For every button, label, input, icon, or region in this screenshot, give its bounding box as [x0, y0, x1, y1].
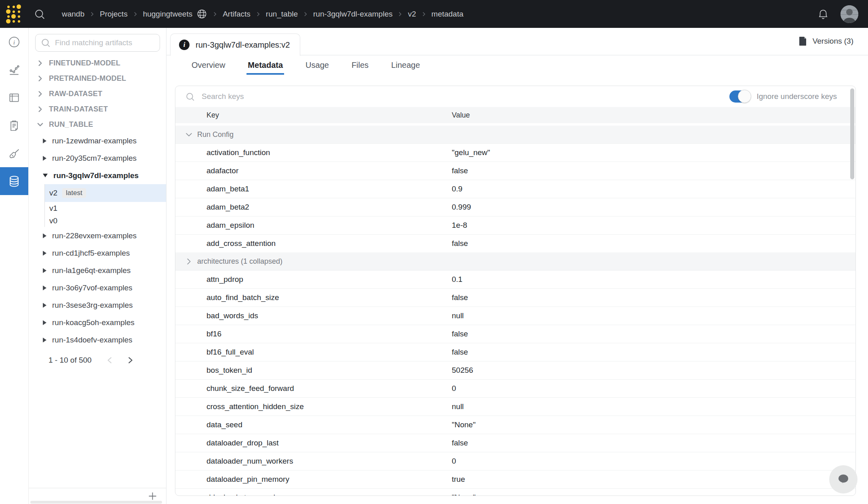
metadata-key: cross_attention_hidden_size [206, 402, 304, 411]
metadata-section-row[interactable]: Run Config [175, 126, 855, 143]
metadata-card: Ignore underscore keys Key Value Run Con… [175, 86, 856, 496]
chat-help-button[interactable] [829, 465, 857, 494]
artifact-item-label: run-la1ge6qt-examples [52, 266, 131, 275]
tab-files[interactable]: Files [352, 55, 369, 75]
breadcrumb-item-label: v2 [408, 10, 416, 19]
artifact-item[interactable]: run-cd1jhcf5-examples [29, 244, 166, 262]
rail-charts-icon[interactable] [0, 56, 28, 84]
metadata-section-row[interactable]: architectures (1 collapsed) [175, 252, 855, 270]
rail-info-icon[interactable]: i [0, 28, 28, 56]
search-icon[interactable] [34, 8, 46, 20]
metadata-row: activation_function"gelu_new" [175, 143, 855, 162]
breadcrumb-item[interactable]: huggingtweets [143, 8, 208, 19]
tab-lineage[interactable]: Lineage [391, 55, 420, 75]
metadata-key: ddp_bucket_cap_mb [206, 493, 278, 496]
artifact-item[interactable]: run-1zewdmar-examples [29, 132, 166, 149]
artifact-item[interactable]: run-1s4doefv-examples [29, 331, 166, 349]
logo-dot [13, 10, 15, 13]
chat-bubble-icon [836, 472, 851, 487]
rail-sweeps-icon[interactable] [0, 139, 28, 167]
ignore-underscore-toggle[interactable] [729, 90, 750, 103]
breadcrumb-separator-icon [421, 12, 426, 17]
artifact-search-input[interactable] [54, 38, 155, 48]
chevron-right-icon [37, 60, 43, 66]
version-item[interactable]: v1 [45, 202, 166, 214]
metadata-value: false [452, 293, 468, 302]
artifact-search-box[interactable] [35, 34, 160, 52]
breadcrumb-item[interactable]: Artifacts [223, 10, 251, 19]
rail-tables-icon[interactable] [0, 84, 28, 111]
triangle-right-icon [43, 233, 46, 238]
artifact-item[interactable]: run-3gqlw7dl-examples [29, 167, 166, 184]
metadata-row: dataloader_drop_lastfalse [175, 434, 855, 452]
metadata-row: data_seed"None" [175, 416, 855, 434]
metadata-key: adam_epsilon [206, 221, 254, 230]
metadata-row: auto_find_batch_sizefalse [175, 288, 855, 307]
rail-artifacts-icon[interactable] [0, 167, 28, 195]
artifact-item-label: run-20y35cm7-examples [52, 154, 137, 163]
artifact-type-train-dataset[interactable]: TRAIN-DATASET [29, 101, 166, 117]
tab-overview[interactable]: Overview [192, 55, 225, 75]
breadcrumb-item[interactable]: metadata [432, 10, 463, 19]
metadata-value: "gelu_new" [452, 148, 490, 157]
wandb-logo[interactable] [6, 4, 21, 24]
artifact-tree: FINETUNED-MODELPRETRAINED-MODELRAW-DATAS… [29, 55, 166, 368]
artifact-type-run_table[interactable]: RUN_TABLE [29, 117, 166, 132]
info-icon: i [179, 40, 190, 50]
search-keys-input[interactable] [201, 92, 729, 101]
next-page-button[interactable] [126, 356, 135, 365]
chevron-right-icon [37, 76, 43, 82]
artifact-type-finetuned-model[interactable]: FINETUNED-MODEL [29, 55, 166, 71]
breadcrumb-item[interactable]: run_table [266, 10, 298, 19]
metadata-key: auto_find_batch_size [206, 293, 279, 302]
toggle-knob [738, 90, 751, 103]
versions-button[interactable]: Versions (3) [796, 28, 856, 55]
artifact-item[interactable]: run-3sese3rg-examples [29, 296, 166, 314]
artifacts-sidebar: FINETUNED-MODELPRETRAINED-MODELRAW-DATAS… [29, 28, 166, 504]
artifact-type-label: FINETUNED-MODEL [49, 59, 120, 67]
artifact-item[interactable]: run-3o6y7vof-examples [29, 279, 166, 296]
tab-metadata[interactable]: Metadata [248, 55, 283, 75]
artifact-item[interactable]: run-228evxem-examples [29, 227, 166, 244]
pagination: 1 - 10 of 500 [29, 352, 166, 368]
metadata-value: 1e-8 [452, 221, 467, 230]
logo-dot [18, 15, 20, 18]
previous-page-button[interactable] [105, 356, 114, 365]
add-artifact-button[interactable] [147, 491, 158, 502]
vertical-scrollbar[interactable] [850, 88, 854, 179]
breadcrumb-item[interactable]: Projects [100, 10, 128, 19]
avatar[interactable] [841, 5, 858, 23]
tab-usage[interactable]: Usage [305, 55, 329, 75]
artifact-type-pretrained-model[interactable]: PRETRAINED-MODEL [29, 71, 166, 86]
version-item[interactable]: v0 [45, 214, 166, 227]
version-list: v2latestv1v0 [44, 184, 166, 227]
metadata-search-row: Ignore underscore keys [175, 86, 855, 107]
metadata-key: bad_words_ids [206, 311, 258, 320]
logo-dot [13, 6, 15, 8]
artifact-item[interactable]: run-la1ge6qt-examples [29, 262, 166, 279]
version-item[interactable]: v2latest [45, 184, 166, 202]
breadcrumb-item[interactable]: wandb [62, 10, 84, 19]
triangle-right-icon [43, 268, 46, 273]
breadcrumb-item[interactable]: run-3gqlw7dl-examples [313, 10, 392, 19]
metadata-row: add_cross_attentionfalse [175, 234, 855, 252]
table-header: Key Value [175, 107, 855, 123]
breadcrumb-item[interactable]: v2 [408, 10, 416, 19]
search-icon [40, 38, 51, 48]
artifact-type-raw-dataset[interactable]: RAW-DATASET [29, 86, 166, 101]
notifications-bell-icon[interactable] [817, 8, 829, 20]
metadata-value: 0.999 [452, 203, 471, 212]
artifact-item[interactable]: run-20y35cm7-examples [29, 149, 166, 167]
nav-rail: i [0, 28, 29, 504]
artifact-version-tab[interactable]: i run-3gqlw7dl-examples:v2 [170, 34, 300, 56]
breadcrumb: wandbProjectshuggingtweetsArtifactsrun_t… [62, 8, 463, 19]
sidebar-horizontal-scrollbar[interactable] [30, 501, 162, 504]
svg-text:i: i [13, 38, 15, 45]
document-icon [798, 36, 807, 46]
main-panel: i run-3gqlw7dl-examples:v2 Versions (3) … [166, 28, 868, 504]
metadata-key: bos_token_id [206, 366, 252, 375]
triangle-down-icon [43, 174, 48, 177]
wandb-app: wandbProjectshuggingtweetsArtifactsrun_t… [0, 0, 868, 504]
artifact-item[interactable]: run-koacg5oh-examples [29, 314, 166, 331]
rail-reports-icon[interactable] [0, 111, 28, 139]
